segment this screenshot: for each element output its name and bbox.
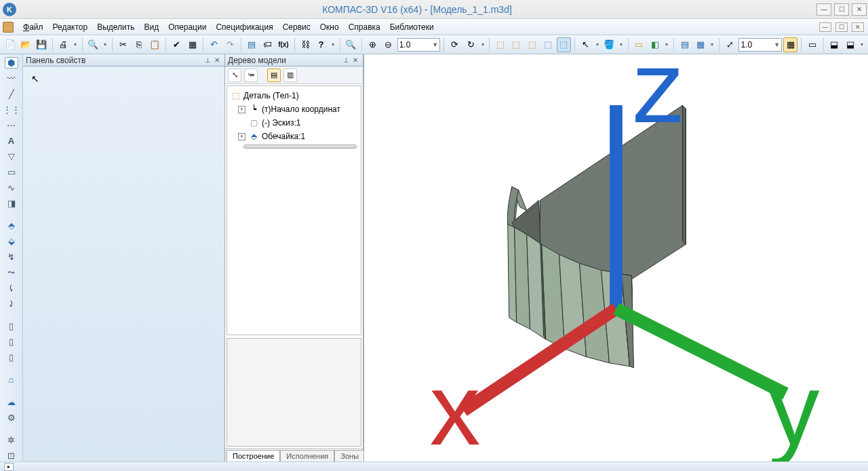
expand-origin-icon[interactable]: +	[238, 106, 245, 113]
rail-misc-icon[interactable]: ⚙	[5, 412, 18, 423]
document-icon[interactable]	[3, 22, 14, 33]
menu-operations[interactable]: Операции	[168, 22, 206, 32]
rail-fillet-icon[interactable]: ⤹	[5, 282, 18, 294]
pointer-dropdown[interactable]: ▾	[594, 37, 601, 52]
zoom-in-button[interactable]: ⊕	[366, 37, 380, 52]
copy-button[interactable]: ⎘	[132, 37, 146, 52]
iso-view-5[interactable]: ⬚	[557, 37, 571, 52]
tree-tool-3[interactable]: ▤	[267, 69, 281, 82]
pointer-tool[interactable]: ↖	[578, 37, 593, 52]
undo-button[interactable]: ↶	[207, 37, 221, 52]
print-button[interactable]: 🖨	[56, 37, 71, 52]
preview-button[interactable]: 🔍	[86, 37, 100, 52]
annot-button[interactable]: ▭	[805, 37, 819, 52]
report-1-button[interactable]: ▤	[677, 37, 692, 52]
rail-sweep-icon[interactable]: ↯	[5, 251, 18, 263]
rail-doc-1-icon[interactable]: ▯	[5, 320, 18, 332]
toolbar-overflow-2[interactable]: ▾	[859, 37, 865, 52]
rail-loft-icon[interactable]: ⤳	[5, 267, 18, 278]
rail-revolve-icon[interactable]: ⬙	[5, 236, 18, 247]
rail-gear-icon[interactable]: ✲	[5, 434, 18, 446]
check-button[interactable]: ✔	[170, 37, 184, 52]
layers-dropdown[interactable]: ▾	[663, 37, 670, 52]
tree-scrollbar[interactable]	[243, 145, 357, 149]
properties-pin-button[interactable]: ⊥	[203, 56, 212, 65]
menu-file[interactable]: Файл	[23, 22, 43, 32]
iso-view-2[interactable]: ⬚	[509, 37, 524, 52]
rail-home-icon[interactable]: ⌂	[5, 374, 18, 385]
tree-tool-1[interactable]: ⤡	[228, 69, 241, 82]
rail-curve-icon[interactable]: 〰	[5, 73, 18, 84]
bottom-expand-button[interactable]: ▸	[4, 463, 14, 471]
cut-button[interactable]: ✂	[116, 37, 130, 52]
menu-service[interactable]: Сервис	[283, 22, 311, 32]
menu-window[interactable]: Окно	[320, 22, 339, 32]
tree-tool-2[interactable]: ≔	[244, 69, 258, 82]
help-button[interactable]: ?	[314, 37, 328, 52]
rail-doc-3-icon[interactable]: ▯	[5, 352, 18, 363]
dim-button[interactable]: ⤢	[723, 37, 737, 52]
iso-view-3[interactable]: ⬚	[525, 37, 539, 52]
rail-last-icon[interactable]: ⊡	[5, 450, 18, 461]
mdi-close-button[interactable]	[852, 22, 864, 32]
var-button[interactable]: 🏷	[260, 37, 275, 52]
close-button[interactable]	[852, 3, 867, 16]
report-2-button[interactable]: ▦	[693, 37, 707, 52]
rail-sheet-icon[interactable]: ▭	[5, 166, 18, 178]
rail-chamfer-icon[interactable]: ⤸	[5, 298, 18, 309]
expand-shell-icon[interactable]: +	[238, 133, 245, 140]
preview-dropdown[interactable]: ▾	[102, 37, 108, 52]
orbit-dropdown[interactable]: ▾	[479, 37, 486, 52]
rail-cloud-icon[interactable]: ☁	[5, 396, 18, 408]
zoom-combo[interactable]: 1.0▼	[397, 38, 441, 52]
minimize-button[interactable]	[816, 3, 831, 16]
layer-button[interactable]: ▭	[632, 37, 646, 52]
rail-text-icon[interactable]: A	[5, 135, 18, 147]
orbit-button[interactable]: ↻	[464, 37, 478, 52]
tree-close-button[interactable]: ✕	[351, 56, 360, 65]
print-dropdown[interactable]: ▾	[72, 37, 79, 52]
menu-help[interactable]: Справка	[349, 22, 380, 32]
rail-surface-icon[interactable]: ◨	[5, 197, 18, 209]
iso-view-4[interactable]: ⬚	[540, 37, 555, 52]
zoom-out-button[interactable]: ⊖	[381, 37, 395, 52]
3d-viewport[interactable]: z x y	[363, 54, 868, 461]
menu-spec[interactable]: Спецификация	[216, 22, 273, 32]
properties-close-button[interactable]: ✕	[212, 56, 222, 65]
tab-build[interactable]: Построение	[226, 450, 280, 461]
scale-combo[interactable]: 1.0▼	[738, 38, 782, 52]
rail-doc-2-icon[interactable]: ▯	[5, 336, 18, 347]
rail-line-icon[interactable]: ╱	[5, 88, 18, 100]
menu-view[interactable]: Вид	[144, 22, 159, 32]
paint-dropdown[interactable]: ▾	[618, 37, 625, 52]
tree-shell[interactable]: + ⬘ Обечайка:1	[227, 130, 361, 143]
toolbar-overflow-1[interactable]: ▾	[330, 37, 336, 52]
rail-point-icon[interactable]: ⋯	[5, 119, 18, 131]
lib-button[interactable]: ▤	[245, 37, 259, 52]
report-dropdown[interactable]: ▾	[709, 37, 716, 52]
menu-libs[interactable]: Библиотеки	[390, 22, 434, 32]
grid-button[interactable]: ▦	[783, 37, 797, 52]
menu-editor[interactable]: Редактор	[53, 22, 88, 32]
rotate-button[interactable]: ⟳	[448, 37, 462, 52]
rail-filter-icon[interactable]: ▽	[5, 151, 18, 162]
paste-button[interactable]: 📋	[147, 37, 161, 52]
rail-grid-icon[interactable]: ⋮⋮	[5, 104, 18, 115]
tab-exec[interactable]: Исполнения	[280, 450, 334, 461]
paint-tool[interactable]: 🪣	[602, 37, 616, 52]
zoom-fit-button[interactable]: 🔍	[344, 37, 358, 52]
mdi-minimize-button[interactable]	[819, 22, 831, 32]
rail-spline-icon[interactable]: ∿	[5, 182, 18, 193]
iso-view-1[interactable]: ⬚	[493, 37, 507, 52]
properties-button[interactable]: ▦	[185, 37, 199, 52]
link-button[interactable]: ⛓	[298, 37, 313, 52]
maximize-button[interactable]	[834, 3, 849, 16]
tree-tool-4[interactable]: ▥	[283, 69, 297, 82]
save-button[interactable]: 💾	[35, 37, 49, 52]
tree-root[interactable]: ⬚ Деталь (Тел-1)	[227, 89, 361, 102]
fx-button[interactable]: f(x)	[276, 37, 290, 52]
rail-solid-icon[interactable]: ⬢	[5, 57, 18, 69]
new-button[interactable]: 📄	[3, 37, 17, 52]
extra-2-button[interactable]: ⬓	[843, 37, 857, 52]
layers-button[interactable]: ◧	[648, 37, 662, 52]
